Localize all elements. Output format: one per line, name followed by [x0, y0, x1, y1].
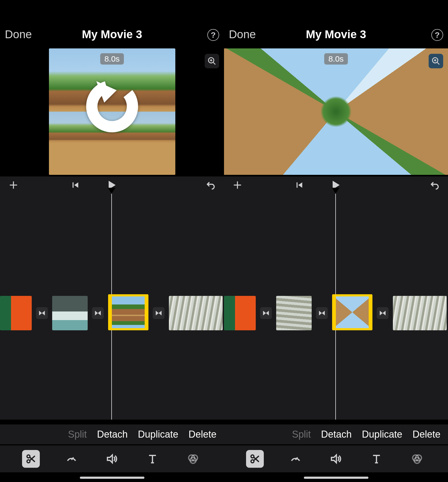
- timeline-clip-1[interactable]: [0, 296, 32, 330]
- timeline-clip-2[interactable]: [52, 296, 88, 330]
- svg-marker-9: [39, 311, 42, 315]
- transition-button[interactable]: [92, 307, 104, 319]
- home-indicator: [80, 477, 144, 479]
- timeline-clip-2[interactable]: [276, 296, 312, 330]
- help-icon: ?: [435, 30, 440, 40]
- svg-rect-7: [72, 182, 73, 188]
- timeline-clip-3[interactable]: [108, 294, 148, 330]
- svg-line-28: [437, 62, 439, 65]
- timeline-clip-1[interactable]: [224, 296, 256, 330]
- header: Done My Movie 3 ?: [224, 0, 448, 48]
- text-tool[interactable]: [368, 450, 385, 468]
- detach-button[interactable]: Detach: [97, 429, 128, 440]
- svg-marker-40: [383, 311, 386, 315]
- clip-actions: Split Detach Duplicate Delete: [224, 424, 448, 444]
- help-button[interactable]: ?: [207, 29, 219, 41]
- video-preview[interactable]: 8.0s: [0, 48, 224, 175]
- timeline-clip-4[interactable]: [393, 296, 447, 330]
- playhead-marker-icon: [332, 188, 339, 194]
- home-indicator: [304, 477, 368, 479]
- screenshot-left: Done My Movie 3 ? 8.0s: [0, 0, 224, 482]
- transition-button[interactable]: [260, 307, 272, 319]
- rotate-indicator-icon: [77, 70, 147, 140]
- project-title: My Movie 3: [82, 28, 142, 41]
- preview-frame: [224, 48, 448, 175]
- add-media-button[interactable]: [229, 179, 246, 191]
- transition-button[interactable]: [153, 307, 165, 319]
- svg-marker-14: [159, 311, 162, 315]
- skip-start-button[interactable]: [291, 179, 308, 191]
- svg-marker-20: [108, 455, 112, 463]
- svg-marker-12: [98, 311, 101, 315]
- clip-duration-badge: 8.0s: [100, 53, 124, 65]
- text-tool[interactable]: [144, 450, 161, 468]
- transition-button[interactable]: [316, 307, 328, 319]
- detach-button[interactable]: Detach: [321, 429, 352, 440]
- svg-line-45: [296, 458, 297, 460]
- svg-marker-46: [332, 455, 336, 463]
- scissors-tool[interactable]: [246, 450, 264, 468]
- svg-marker-37: [319, 311, 322, 315]
- svg-marker-38: [322, 311, 325, 315]
- duplicate-button[interactable]: Duplicate: [138, 429, 178, 440]
- clip-track[interactable]: [0, 296, 224, 330]
- svg-marker-11: [95, 311, 98, 315]
- svg-marker-10: [42, 311, 45, 315]
- undo-button[interactable]: [202, 179, 219, 191]
- tool-bar: [0, 445, 224, 472]
- transition-button[interactable]: [36, 307, 48, 319]
- skip-start-button[interactable]: [67, 179, 84, 191]
- svg-marker-34: [298, 182, 302, 188]
- zoom-button[interactable]: [205, 54, 219, 68]
- clip-actions: Split Detach Duplicate Delete: [0, 424, 224, 444]
- scissors-tool[interactable]: [22, 450, 40, 468]
- video-preview[interactable]: 8.0s: [224, 48, 448, 175]
- add-media-button[interactable]: [5, 179, 22, 191]
- svg-marker-39: [380, 311, 383, 315]
- transition-button[interactable]: [377, 307, 389, 319]
- undo-button[interactable]: [426, 179, 443, 191]
- clip-duration-badge: 8.0s: [324, 53, 348, 65]
- svg-marker-8: [74, 182, 78, 188]
- timeline-clip-3[interactable]: [332, 294, 372, 330]
- filters-tool[interactable]: [184, 450, 202, 468]
- header: Done My Movie 3 ?: [0, 0, 224, 48]
- zoom-button[interactable]: [429, 54, 443, 68]
- svg-line-19: [72, 458, 73, 460]
- playhead-marker-icon: [108, 188, 115, 194]
- speed-tool[interactable]: [63, 450, 80, 468]
- timeline-clip-4[interactable]: [169, 296, 223, 330]
- project-title: My Movie 3: [306, 28, 366, 41]
- clip-track[interactable]: [224, 296, 448, 330]
- volume-tool[interactable]: [327, 450, 345, 468]
- split-button: Split: [68, 429, 87, 440]
- tool-bar: [224, 445, 448, 472]
- timeline[interactable]: [224, 194, 448, 420]
- done-button[interactable]: Done: [5, 28, 32, 41]
- speed-tool[interactable]: [287, 450, 304, 468]
- help-button[interactable]: ?: [431, 29, 443, 41]
- volume-tool[interactable]: [103, 450, 121, 468]
- svg-rect-33: [296, 182, 297, 188]
- split-button: Split: [292, 429, 311, 440]
- screenshot-right: Done My Movie 3 ? 8.0s Split: [224, 0, 448, 482]
- svg-marker-13: [156, 311, 159, 315]
- svg-line-2: [213, 62, 215, 65]
- timeline[interactable]: [0, 194, 224, 420]
- filters-tool[interactable]: [408, 450, 426, 468]
- done-button[interactable]: Done: [229, 28, 256, 41]
- delete-button[interactable]: Delete: [413, 429, 440, 440]
- duplicate-button[interactable]: Duplicate: [362, 429, 402, 440]
- svg-marker-35: [263, 311, 266, 315]
- help-icon: ?: [211, 30, 216, 40]
- delete-button[interactable]: Delete: [189, 429, 216, 440]
- svg-marker-36: [266, 311, 269, 315]
